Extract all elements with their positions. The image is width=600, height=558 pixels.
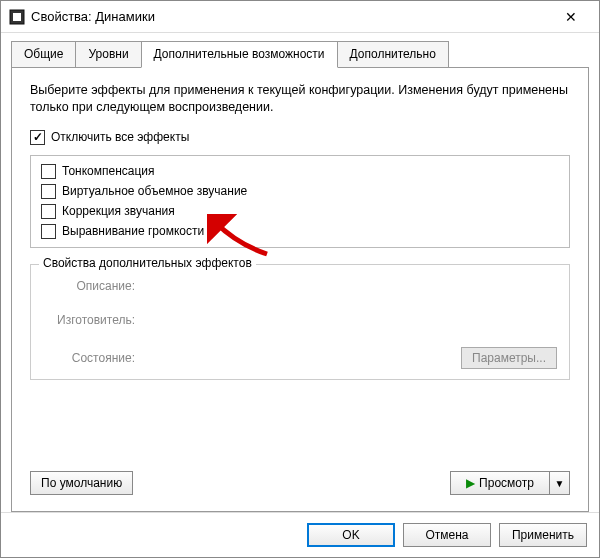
- close-icon: ✕: [565, 9, 577, 25]
- chevron-down-icon: ▼: [555, 478, 565, 489]
- apply-button-label: Применить: [512, 528, 574, 542]
- defaults-button[interactable]: По умолчанию: [30, 471, 133, 495]
- effect-properties-group: Свойства дополнительных эффектов Описани…: [30, 264, 570, 380]
- app-icon: [9, 9, 25, 25]
- disable-all-label: Отключить все эффекты: [51, 130, 189, 144]
- tab-label: Дополнительно: [350, 47, 436, 61]
- prop-description-row: Описание:: [43, 279, 557, 293]
- tab-label: Общие: [24, 47, 63, 61]
- disable-all-row: Отключить все эффекты: [30, 130, 570, 145]
- effect-row: Выравнивание громкости: [41, 224, 559, 239]
- effect-label: Виртуальное объемное звучание: [62, 184, 247, 198]
- effect-checkbox-equalization[interactable]: [41, 224, 56, 239]
- effect-checkbox-virtual-surround[interactable]: [41, 184, 56, 199]
- tab-general[interactable]: Общие: [11, 41, 76, 67]
- disable-all-checkbox[interactable]: [30, 130, 45, 145]
- effect-checkbox-room-correction[interactable]: [41, 204, 56, 219]
- properties-dialog: Свойства: Динамики ✕ Общие Уровни Дополн…: [0, 0, 600, 558]
- tab-label: Уровни: [88, 47, 128, 61]
- tab-panel-enhancements: Выберите эффекты для применения к текуще…: [11, 67, 589, 512]
- effect-label: Тонкомпенсация: [62, 164, 155, 178]
- play-icon: ▶: [466, 476, 475, 490]
- window-title: Свойства: Динамики: [31, 9, 551, 24]
- cancel-button[interactable]: Отмена: [403, 523, 491, 547]
- titlebar: Свойства: Динамики ✕: [1, 1, 599, 33]
- effect-row: Коррекция звучания: [41, 204, 559, 219]
- client-area: Общие Уровни Дополнительные возможности …: [1, 33, 599, 512]
- preview-split-button: ▶ Просмотр ▼: [450, 471, 570, 495]
- tab-label: Дополнительные возможности: [154, 47, 325, 61]
- close-button[interactable]: ✕: [551, 3, 591, 31]
- effect-row: Тонкомпенсация: [41, 164, 559, 179]
- instructions-text: Выберите эффекты для применения к текуще…: [30, 82, 570, 116]
- prop-vendor-row: Изготовитель:: [43, 313, 557, 327]
- cancel-button-label: Отмена: [425, 528, 468, 542]
- ok-button-label: OK: [342, 528, 359, 542]
- lower-button-row: По умолчанию ▶ Просмотр ▼: [30, 471, 570, 495]
- group-title: Свойства дополнительных эффектов: [39, 256, 256, 270]
- apply-button[interactable]: Применить: [499, 523, 587, 547]
- defaults-button-label: По умолчанию: [41, 476, 122, 490]
- prop-status-label: Состояние:: [43, 351, 143, 365]
- preview-dropdown-button[interactable]: ▼: [550, 471, 570, 495]
- parameters-button[interactable]: Параметры...: [461, 347, 557, 369]
- effect-label: Выравнивание громкости: [62, 224, 204, 238]
- effect-row: Виртуальное объемное звучание: [41, 184, 559, 199]
- dialog-button-row: OK Отмена Применить: [1, 512, 599, 557]
- preview-button-label: Просмотр: [479, 476, 534, 490]
- effect-checkbox-loudness[interactable]: [41, 164, 56, 179]
- prop-status-row: Состояние: Параметры...: [43, 347, 557, 369]
- svg-rect-1: [13, 13, 21, 21]
- tab-enhancements[interactable]: Дополнительные возможности: [141, 41, 338, 68]
- ok-button[interactable]: OK: [307, 523, 395, 547]
- tab-advanced[interactable]: Дополнительно: [337, 41, 449, 67]
- parameters-button-label: Параметры...: [472, 351, 546, 365]
- tab-levels[interactable]: Уровни: [75, 41, 141, 67]
- effects-list: Тонкомпенсация Виртуальное объемное звуч…: [30, 155, 570, 248]
- tab-strip: Общие Уровни Дополнительные возможности …: [11, 41, 589, 67]
- effect-label: Коррекция звучания: [62, 204, 175, 218]
- prop-vendor-label: Изготовитель:: [43, 313, 143, 327]
- preview-button[interactable]: ▶ Просмотр: [450, 471, 550, 495]
- prop-description-label: Описание:: [43, 279, 143, 293]
